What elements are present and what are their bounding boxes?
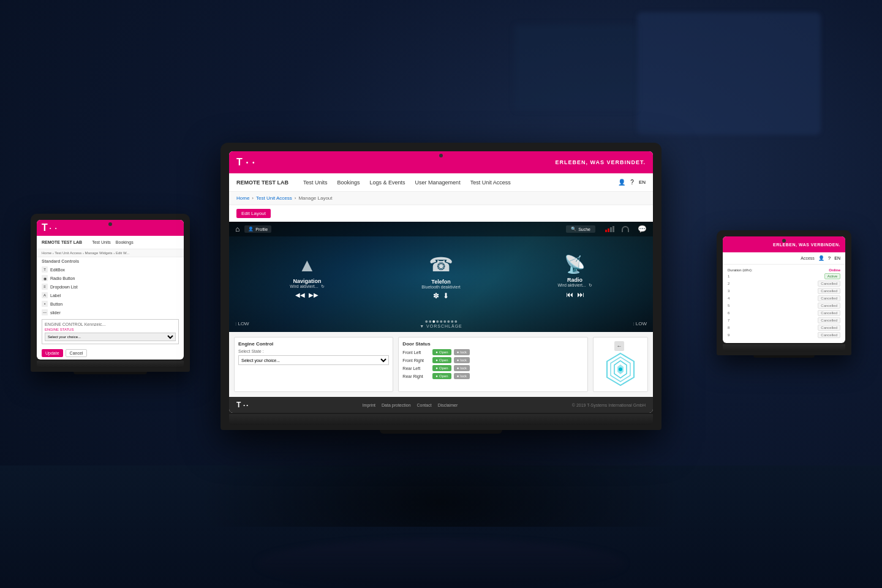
- left-widget-editbox[interactable]: T EditBox: [42, 265, 179, 274]
- nav-logs[interactable]: Logs & Events: [370, 178, 405, 187]
- left-widget-label[interactable]: A Label: [42, 291, 179, 300]
- right-status-cancelled-6[interactable]: Cancelled: [818, 317, 840, 323]
- left-screen-bezel: T • • REMOTE TEST LAB Test Units Booking…: [37, 220, 184, 360]
- dash-profile-label: Profile: [255, 227, 268, 232]
- right-status-cancelled-4[interactable]: Cancelled: [818, 303, 840, 309]
- right-status-row-6: 7 Cancelled: [728, 317, 840, 323]
- scene: T • • REMOTE TEST LAB Test Units Booking…: [0, 0, 882, 588]
- engine-state-select[interactable]: Select your choice...: [238, 355, 389, 365]
- edit-layout-button[interactable]: Edit Layout: [236, 209, 271, 218]
- dash-home-icon[interactable]: ⌂: [235, 225, 239, 233]
- radio-ctrl-2[interactable]: ⏭: [577, 290, 584, 299]
- breadcrumb-home[interactable]: Home: [236, 195, 249, 201]
- right-help-icon[interactable]: ?: [828, 255, 831, 261]
- lang-selector[interactable]: EN: [639, 179, 646, 185]
- dot-6[interactable]: [443, 320, 446, 323]
- left-radio-icon: ◉: [42, 275, 48, 281]
- footer-imprint[interactable]: Imprint: [363, 403, 375, 407]
- right-duration-label: Duration (d/hr):: [728, 268, 752, 272]
- footer-logo-dots: • •: [243, 402, 248, 408]
- door-rear-right-open[interactable]: ●Open: [432, 373, 451, 379]
- dot-4[interactable]: [436, 320, 439, 323]
- dash-topbar: ⌂ 👤 Profile 🔍 Suche: [229, 222, 653, 236]
- gauge-visualization: [602, 351, 639, 388]
- left-widget-slider[interactable]: — slider: [42, 308, 179, 317]
- right-webpage: ERLEBEN, WAS VERBINDEN. Access 👤 ? EN Du…: [723, 236, 845, 343]
- telefon-ctrl-2[interactable]: ⬇: [443, 292, 449, 300]
- left-t-logo: T: [42, 222, 48, 233]
- right-status-cancelled-8[interactable]: Cancelled: [818, 332, 840, 338]
- nav-test-units[interactable]: Test Units: [303, 178, 328, 187]
- help-icon[interactable]: ?: [630, 179, 634, 186]
- left-engine-select[interactable]: Select your choice...: [45, 333, 176, 341]
- center-webpage: T • • ERLEBEN, WAS VERBINDET. REMOTE TES…: [229, 151, 653, 413]
- right-subnav: Access 👤 ? EN: [723, 252, 845, 265]
- right-status-cancelled-2[interactable]: Cancelled: [818, 288, 840, 294]
- footer-data-protection[interactable]: Data protection: [382, 403, 410, 407]
- dot-8[interactable]: [451, 320, 453, 323]
- dot-5[interactable]: [440, 320, 442, 323]
- right-status-cancelled-3[interactable]: Cancelled: [818, 295, 840, 301]
- door-front-left-open[interactable]: ●Open: [432, 349, 451, 355]
- right-status-cancelled-5[interactable]: Cancelled: [818, 310, 840, 316]
- dash-msg-icon[interactable]: 💬: [638, 225, 647, 233]
- left-update-button[interactable]: Update: [42, 349, 63, 357]
- right-online-status: Online: [829, 268, 840, 272]
- right-status-cancelled-1[interactable]: Cancelled: [818, 281, 840, 287]
- left-widget-button[interactable]: ▪ Button: [42, 300, 179, 308]
- right-row-4-label: 5: [728, 304, 729, 307]
- left-brand: REMOTE TEST LAB: [42, 240, 82, 244]
- door-rear-left-open[interactable]: ●Open: [432, 365, 451, 371]
- dash-section-telefon: ☎ Telefon Bluetooth deaktiviert ✽ ⬇: [421, 253, 460, 300]
- dash-pagination-dots: [425, 320, 457, 323]
- center-camera: [439, 154, 443, 157]
- left-nav-test-units[interactable]: Test Units: [92, 240, 111, 244]
- nav-test-unit-access[interactable]: Test Unit Access: [470, 178, 511, 187]
- nav-ctrl-1[interactable]: ◀◀: [295, 292, 305, 298]
- door-front-left-label: Front Left: [402, 350, 430, 355]
- dash-wifi-area: [622, 226, 629, 232]
- dot-2[interactable]: [429, 320, 431, 323]
- left-btn-row: Update Cancel: [37, 347, 184, 360]
- user-icon[interactable]: 👤: [618, 179, 625, 186]
- left-widget-radio[interactable]: ◉ Radio Button: [42, 274, 179, 282]
- left-cancel-button[interactable]: Cancel: [66, 349, 88, 357]
- right-status-row-7: 8 Cancelled: [728, 325, 840, 331]
- table-reflection: [257, 539, 625, 588]
- dash-profile-btn[interactable]: 👤 Profile: [244, 225, 271, 233]
- left-nav-bookings[interactable]: Bookings: [116, 240, 134, 244]
- footer-logo: T • •: [236, 401, 248, 409]
- door-front-left-lock[interactable]: ●lock: [454, 349, 470, 355]
- door-front-right-lock[interactable]: ●lock: [454, 357, 470, 363]
- right-status-active-0[interactable]: Active: [824, 273, 840, 279]
- center-laptop-base: [229, 414, 653, 425]
- breadcrumb-test-unit-access[interactable]: Test Unit Access: [256, 195, 292, 201]
- door-rear-left-lock[interactable]: ●lock: [454, 365, 470, 371]
- footer-contact[interactable]: Contact: [417, 403, 432, 407]
- nav-ctrl-2[interactable]: ▶▶: [309, 292, 318, 298]
- right-lang-selector[interactable]: EN: [834, 256, 840, 260]
- radio-ctrl-1[interactable]: ⏮: [566, 290, 573, 299]
- right-row-8-label: 9: [728, 333, 729, 337]
- dash-search-btn[interactable]: 🔍 Suche: [566, 225, 595, 233]
- dot-1[interactable]: [425, 320, 428, 323]
- door-front-right-label: Front Right: [402, 358, 430, 363]
- left-widget-dropdown[interactable]: ≡ Dropdown List: [42, 282, 179, 291]
- radio-loading-icon: ↻: [589, 283, 592, 287]
- telefon-ctrl-1[interactable]: ✽: [433, 292, 439, 300]
- door-rear-right-lock[interactable]: ●lock: [454, 373, 470, 379]
- dot-3[interactable]: [432, 320, 435, 323]
- nav-bookings[interactable]: Bookings: [337, 178, 360, 187]
- dot-7[interactable]: [447, 320, 450, 323]
- right-user-icon[interactable]: 👤: [818, 255, 824, 261]
- right-subnav-access[interactable]: Access: [801, 256, 815, 260]
- dot-9[interactable]: [454, 320, 457, 323]
- edit-layout-bar: Edit Layout: [229, 205, 653, 222]
- door-front-right-open[interactable]: ●Open: [432, 357, 451, 363]
- footer-disclaimer[interactable]: Disclaimer: [438, 403, 458, 407]
- right-status-row-5: 6 Cancelled: [728, 310, 840, 316]
- gauge-arrow-btn[interactable]: ←: [614, 341, 624, 351]
- engine-control-panel: Engine Control Select State : Select you…: [234, 337, 393, 392]
- right-status-cancelled-7[interactable]: Cancelled: [818, 325, 840, 331]
- nav-user-mgmt[interactable]: User Management: [415, 178, 461, 187]
